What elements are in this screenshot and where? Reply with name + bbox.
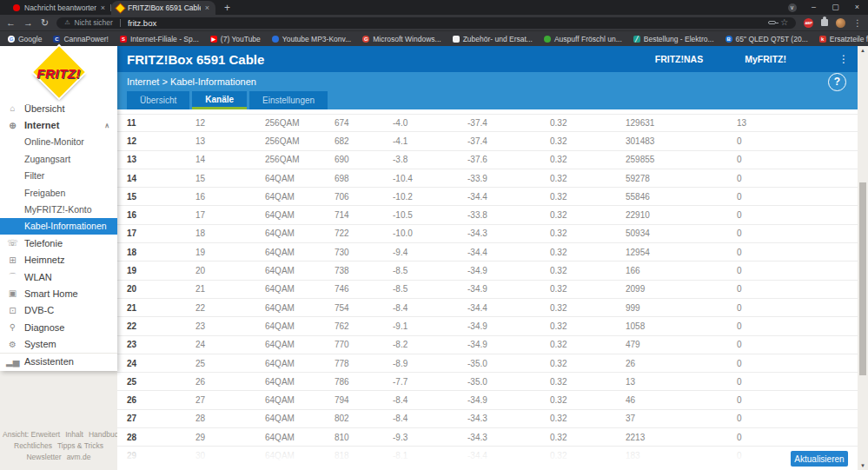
sidebar-item-online-monitor[interactable]: Online-Monitor (0, 134, 117, 150)
close-window-button[interactable]: × (846, 0, 868, 15)
bookmark-item[interactable]: Youtube MP3-Konv... (272, 35, 351, 43)
adblock-extension-icon[interactable]: ABP (804, 18, 813, 28)
table-cell: 999 (626, 303, 737, 313)
scroll-down-icon[interactable]: ▼ (858, 463, 868, 468)
refresh-button[interactable]: Aktualisieren (791, 451, 848, 467)
help-button[interactable]: ? (828, 73, 846, 91)
bookmark-item[interactable]: B65" QLED Q75T (20... (726, 35, 808, 43)
tab-close-icon[interactable]: × (101, 4, 105, 12)
footer-link[interactable]: avm.de (67, 453, 91, 461)
table-cell: -37.6 (467, 155, 550, 164)
sidebar-item-freigaben[interactable]: Freigaben (0, 184, 117, 201)
bookmark-item[interactable]: CCannaPower! (53, 35, 109, 43)
table-cell: 0 (737, 359, 858, 368)
footer-link[interactable]: Ansicht: Erweitert (3, 430, 60, 439)
fritz-logo[interactable]: FRITZ! (0, 48, 117, 98)
sidebar-item-dvb-c[interactable]: ⊡DVB-C (0, 302, 117, 319)
sidebar-item-assistenten[interactable]: ▂▅Assistenten (0, 353, 117, 369)
sidebar-item-heimnetz[interactable]: ⊞Heimnetz (0, 252, 117, 268)
tab-close-icon[interactable]: × (205, 4, 209, 12)
table-cell: 20 (127, 284, 195, 294)
sidebar-footer-line: Newsletteravm.de (0, 452, 117, 463)
browser-tab[interactable]: FRITZ!Box 6591 Cable× (111, 1, 215, 15)
tab--bersicht[interactable]: Übersicht (127, 91, 189, 109)
table-cell: 16 (195, 192, 265, 202)
sidebar-item-myfritz-konto[interactable]: MyFRITZ!-Konto (0, 201, 117, 217)
sidebar-item-diagnose[interactable]: ⚲Diagnose (0, 319, 117, 335)
footer-link[interactable]: Tipps & Tricks (57, 441, 103, 450)
back-icon[interactable]: ← (6, 18, 16, 28)
tab-search-button[interactable]: ∨ (781, 3, 803, 12)
table-cell: 23 (195, 321, 265, 331)
sidebar-item-smart-home[interactable]: ▣Smart Home (0, 285, 117, 301)
table-cell: -37.4 (467, 118, 550, 128)
table-cell: 0.32 (550, 174, 626, 183)
sidebar-item-zugangsart[interactable]: Zugangsart (0, 150, 117, 167)
page-scrollbar[interactable]: ▲ ▼ (858, 46, 868, 470)
browser-tab-strip: Nachricht beantworten - Vodafo×FRITZ!Box… (0, 0, 868, 15)
fritznas-link[interactable]: FRITZ!NAS (655, 54, 703, 64)
extensions-puzzle-icon[interactable] (821, 19, 828, 26)
table-row: 232464QAM770-8.2-34.90.324790 (117, 336, 858, 354)
bookmark-item[interactable]: Zubehör- und Ersat... (453, 35, 533, 43)
bookmark-item[interactable]: Auspuff Fröschl un... (544, 35, 622, 43)
app-menu-icon[interactable]: ⋮ (838, 53, 849, 65)
breadcrumb-parent[interactable]: Internet (127, 76, 159, 87)
table-cell: -35.0 (467, 377, 550, 387)
sidebar-item-wlan[interactable]: ⌒WLAN (0, 268, 117, 285)
bookmark-item[interactable]: GGoogle (8, 35, 42, 43)
sidebar-item-kabel-informationen[interactable]: Kabel-Informationen (0, 218, 117, 235)
table-row: 192064QAM738-8.5-34.90.321660 (117, 261, 858, 280)
bookmark-star-icon[interactable]: ☆ (780, 18, 788, 27)
table-cell: 0.32 (550, 155, 626, 164)
bookmark-item[interactable]: ╱Bestellung - Elektro... (633, 35, 714, 43)
table-cell: -10.5 (393, 210, 467, 220)
tab-kan-le[interactable]: Kanäle (192, 91, 247, 109)
bookmark-item[interactable]: ▶(7) YouTube (210, 35, 261, 43)
address-bar[interactable]: ⚠ Nicht sicher fritz.box ☆ (56, 17, 796, 29)
table-cell: 0 (737, 228, 858, 238)
table-cell: 25 (195, 359, 265, 368)
warning-icon[interactable]: ⚠ (64, 19, 70, 26)
table-cell: 0 (737, 303, 858, 313)
password-key-icon[interactable] (768, 21, 776, 24)
page-title: FRITZ!Box 6591 Cable (127, 52, 264, 67)
sidebar-item-label: Telefonie (24, 238, 63, 248)
vodafone-favicon (13, 4, 20, 11)
table-cell: 24 (195, 340, 265, 349)
table-cell: 64QAM (265, 433, 335, 442)
table-cell: 23 (127, 340, 195, 349)
sidebar-item-filter[interactable]: Filter (0, 168, 117, 184)
footer-link[interactable]: Rechtliches (14, 441, 52, 450)
tab-einstellungen[interactable]: Einstellungen (249, 91, 328, 109)
scrollbar-thumb[interactable] (859, 182, 866, 375)
minimize-button[interactable]: – (803, 0, 825, 15)
table-cell: -34.3 (467, 228, 550, 238)
maximize-button[interactable]: ▢ (825, 0, 846, 15)
reload-icon[interactable]: ↻ (41, 18, 49, 28)
forward-icon[interactable]: → (23, 18, 33, 28)
scroll-up-icon[interactable]: ▲ (858, 48, 868, 53)
bookmark-item[interactable]: kErsatzteile für Kaffe... (819, 35, 868, 43)
sidebar-item-system[interactable]: ⚙System (0, 335, 117, 352)
table-cell: 738 (335, 266, 393, 275)
window-controls: ∨ – ▢ × (781, 0, 868, 15)
bookmark-item[interactable]: GMicrosoft Windows... (362, 35, 441, 43)
table-cell: 64QAM (265, 377, 335, 387)
footer-link[interactable]: Inhalt (65, 430, 83, 439)
app-header: FRITZ!Box 6591 Cable FRITZ!NAS MyFRITZ! … (117, 46, 858, 72)
browser-menu-icon[interactable]: ⋮ (853, 18, 862, 28)
sidebar-item-telefonie[interactable]: ☏Telefonie (0, 235, 117, 251)
footer-link[interactable]: Newsletter (26, 453, 61, 461)
table-cell: -37.4 (467, 136, 550, 146)
profile-avatar[interactable] (836, 18, 845, 28)
bookmark-item[interactable]: SInternet-Filiale - Sp... (120, 35, 199, 43)
new-tab-button[interactable]: + (215, 1, 239, 15)
table-row: 202164QAM746-8.5-34.90.3220990 (117, 281, 858, 299)
table-cell: -8.4 (393, 395, 467, 405)
sidebar-item-internet[interactable]: ⊕Internet∧ (0, 116, 117, 133)
browser-tab[interactable]: Nachricht beantworten - Vodafo× (7, 1, 111, 15)
sidebar-item--bersicht[interactable]: ⌂Übersicht (0, 100, 117, 116)
table-cell: -34.9 (467, 340, 550, 349)
myfritz-link[interactable]: MyFRITZ! (745, 54, 786, 64)
